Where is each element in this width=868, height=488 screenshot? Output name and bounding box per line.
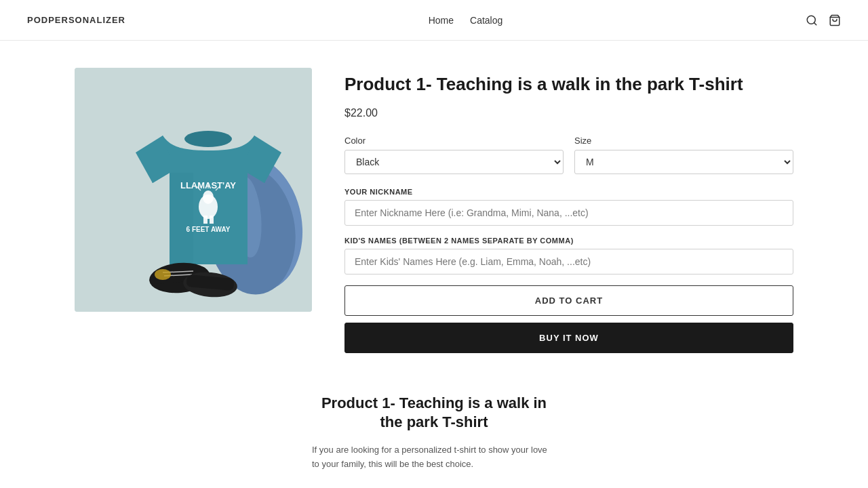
svg-text:6 FEET AWAY: 6 FEET AWAY [186, 226, 231, 233]
add-to-cart-button[interactable]: ADD TO CART [344, 285, 793, 316]
size-option-group: Size XS S M L XL 2XL [574, 136, 793, 174]
header-icons [806, 14, 841, 26]
color-select[interactable]: Black White Navy Gray Red [344, 150, 564, 174]
svg-rect-11 [203, 216, 208, 224]
site-logo: PODPERSONALIZER [27, 15, 125, 25]
nickname-label: YOUR NICKNAME [344, 188, 793, 196]
product-details: Product 1- Teaching is a walk in the par… [344, 68, 793, 353]
description-title: Product 1- Teaching is a walk in the par… [312, 394, 556, 432]
size-label: Size [574, 136, 793, 146]
description-text: If you are looking for a personalized t-… [312, 443, 556, 472]
nav-home[interactable]: Home [429, 15, 454, 26]
nickname-input[interactable] [344, 200, 793, 226]
color-option-group: Color Black White Navy Gray Red [344, 136, 564, 174]
size-select[interactable]: XS S M L XL 2XL [574, 150, 793, 174]
svg-line-1 [814, 22, 816, 24]
buy-now-button[interactable]: BUY IT NOW [344, 323, 793, 353]
kids-names-group: KID'S NAMES (BETWEEN 2 NAMES SEPARATE BY… [344, 237, 793, 274]
cart-icon[interactable] [829, 14, 841, 26]
nav-catalog[interactable]: Catalog [470, 15, 502, 26]
search-icon[interactable] [806, 14, 818, 26]
kids-names-input[interactable] [344, 249, 793, 274]
svg-point-8 [184, 131, 232, 147]
main-content: LLAMAST'AY 6 FEET AWAY [61, 41, 807, 488]
description-section: Product 1- Teaching is a walk in the par… [312, 394, 556, 472]
product-section: LLAMAST'AY 6 FEET AWAY [75, 68, 793, 353]
svg-point-13 [203, 190, 214, 204]
color-label: Color [344, 136, 564, 146]
svg-rect-12 [210, 216, 214, 224]
header: PODPERSONALIZER Home Catalog [0, 0, 868, 41]
product-price: $22.00 [344, 107, 793, 119]
product-image: LLAMAST'AY 6 FEET AWAY [75, 68, 312, 312]
product-image-svg: LLAMAST'AY 6 FEET AWAY [75, 68, 312, 312]
nickname-group: YOUR NICKNAME [344, 188, 793, 226]
product-image-container: LLAMAST'AY 6 FEET AWAY [75, 68, 312, 312]
svg-point-24 [155, 269, 171, 280]
kids-names-label: KID'S NAMES (BETWEEN 2 NAMES SEPARATE BY… [344, 237, 793, 245]
product-title: Product 1- Teaching is a walk in the par… [344, 73, 793, 96]
main-nav: Home Catalog [429, 15, 503, 26]
options-row: Color Black White Navy Gray Red Size XS … [344, 136, 793, 174]
